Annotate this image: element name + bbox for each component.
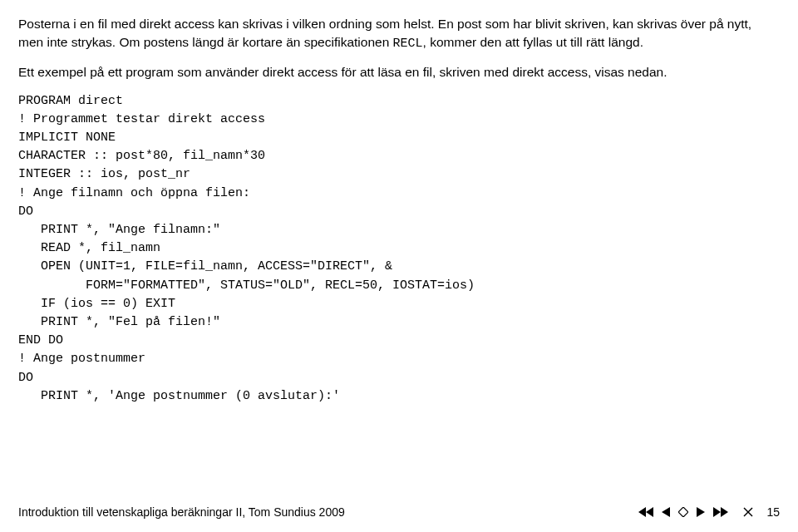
paragraph-2: Ett exempel på ett program som använder …	[18, 63, 780, 81]
code-line: READ *, fil_namn	[18, 241, 160, 255]
page-footer: Introduktion till vetenskapliga beräknin…	[18, 505, 780, 519]
svg-marker-1	[646, 507, 653, 517]
code-block: PROGRAM direct ! Programmet testar direk…	[18, 92, 780, 406]
code-line: ! Ange filnamn och öppna filen:	[18, 186, 250, 200]
code-line: DO	[18, 204, 33, 219]
code-line: ! Programmet testar direkt access	[18, 112, 265, 126]
code-line: OPEN (UNIT=1, FILE=fil_namn, ACCESS="DIR…	[18, 259, 392, 273]
rewind-icon[interactable]	[638, 507, 653, 517]
prev-icon[interactable]	[662, 507, 670, 517]
svg-marker-2	[662, 507, 670, 517]
footer-citation: Introduktion till vetenskapliga beräknin…	[18, 505, 345, 519]
code-line: PRINT *, 'Ange postnummer (0 avslutar):'	[18, 389, 340, 403]
code-line: FORM="FORMATTED", STATUS="OLD", RECL=50,…	[18, 278, 475, 293]
code-line: INTEGER :: ios, post_nr	[18, 167, 190, 181]
page-number: 15	[766, 505, 780, 519]
close-icon[interactable]	[743, 507, 753, 517]
code-line: ! Ange postnummer	[18, 352, 145, 366]
recl-keyword: RECL	[393, 37, 423, 51]
play-icon[interactable]	[697, 507, 705, 517]
nav-icons-group	[638, 507, 753, 517]
page-content: Posterna i en fil med direkt access kan …	[18, 15, 780, 406]
paragraph-1: Posterna i en fil med direkt access kan …	[18, 15, 780, 53]
svg-marker-0	[638, 507, 646, 517]
fastforward-icon[interactable]	[713, 507, 728, 517]
code-line: IMPLICIT NONE	[18, 131, 116, 145]
footer-nav: 15	[638, 505, 780, 519]
code-line: END DO	[18, 333, 63, 347]
svg-marker-5	[713, 507, 721, 517]
code-line: PRINT *, "Ange filnamn:"	[18, 223, 220, 237]
code-line: IF (ios == 0) EXIT	[18, 297, 175, 311]
p1-text-b: , kommer den att fyllas ut till rätt län…	[423, 35, 643, 49]
stop-icon[interactable]	[678, 507, 688, 517]
code-line: CHARACTER :: post*80, fil_namn*30	[18, 149, 265, 163]
code-line: PRINT *, "Fel på filen!"	[18, 315, 220, 329]
svg-marker-3	[678, 507, 688, 517]
svg-marker-6	[721, 507, 728, 517]
code-line: PROGRAM direct	[18, 94, 123, 108]
code-line: DO	[18, 371, 33, 385]
svg-marker-4	[697, 507, 705, 517]
